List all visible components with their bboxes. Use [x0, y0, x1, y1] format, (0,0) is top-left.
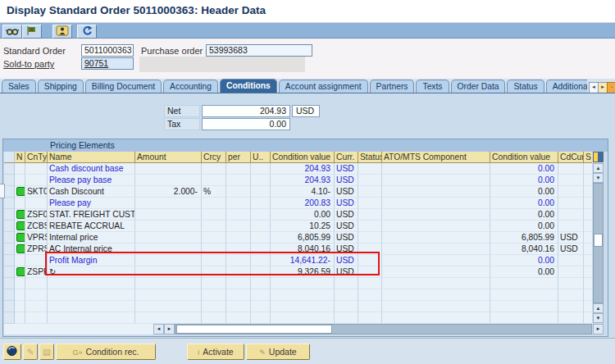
cell-s[interactable] — [584, 186, 592, 198]
cell-name[interactable]: AC Internal price — [48, 243, 135, 255]
update-button[interactable]: ✎Update — [246, 344, 310, 360]
cell-per[interactable] — [226, 232, 251, 243]
cell-s[interactable] — [584, 163, 592, 175]
cell-unit[interactable] — [251, 186, 271, 198]
cell-crcy[interactable] — [202, 198, 226, 209]
cell-per[interactable] — [226, 255, 251, 266]
status-cell[interactable] — [15, 266, 25, 278]
cell-amount[interactable] — [135, 221, 202, 232]
cell-ato-mts-component[interactable] — [382, 163, 490, 175]
cell-ato-mts-component[interactable] — [382, 255, 490, 266]
cell-ato-mts-component[interactable] — [382, 266, 490, 278]
tab-additional-dat[interactable]: Additional dat — [546, 80, 587, 93]
vertical-scrollbar-thumb[interactable] — [594, 234, 603, 247]
cell-per[interactable] — [226, 175, 251, 186]
cell-ato-mts-component[interactable] — [382, 198, 490, 209]
cell-amount[interactable] — [135, 266, 202, 278]
row-selector[interactable] — [4, 175, 15, 186]
cell-name[interactable]: Cash Discount — [48, 186, 135, 198]
cell-amount[interactable] — [135, 163, 202, 175]
cell-ato-mts-component[interactable] — [382, 232, 490, 243]
cell-cdcur[interactable]: USD — [558, 232, 584, 243]
status-cell[interactable] — [15, 198, 25, 209]
cell-crcy[interactable] — [202, 221, 226, 232]
cell-unit[interactable] — [251, 198, 271, 209]
net-value-field[interactable]: 204.93 — [202, 105, 290, 117]
table-layout-icon[interactable] — [593, 152, 604, 162]
cell-unit[interactable] — [251, 243, 271, 255]
cell-s[interactable] — [584, 175, 592, 186]
cell-amount[interactable] — [135, 232, 202, 243]
cell-status[interactable] — [358, 266, 382, 278]
cell-condition-value-2[interactable]: 0.00 — [490, 209, 558, 221]
cell-crcy[interactable] — [202, 209, 226, 221]
cell-condition-value-2[interactable]: 0.00 — [490, 266, 558, 278]
cell-cnty[interactable] — [25, 255, 48, 266]
column-header-name[interactable]: Name — [48, 152, 135, 163]
cell-cnty[interactable] — [25, 175, 48, 186]
cell-ato-mts-component[interactable] — [382, 209, 490, 221]
cell-crcy[interactable] — [202, 163, 226, 175]
cell-s[interactable] — [584, 266, 592, 278]
cell-per[interactable] — [226, 198, 251, 209]
footer-icon-button-2[interactable]: ✎ — [23, 344, 38, 360]
cell-name[interactable]: ↻f Center Tr Price — [48, 266, 135, 278]
row-selector[interactable] — [4, 221, 15, 232]
column-header-condition-value[interactable]: Condition value — [490, 152, 558, 163]
scroll-down-button[interactable]: ▼ — [593, 313, 604, 323]
tab-sales[interactable]: Sales — [2, 80, 36, 93]
cell-unit[interactable] — [251, 163, 271, 175]
cell-per[interactable] — [226, 266, 251, 278]
row-selector[interactable] — [4, 243, 15, 255]
table-corner-button[interactable]: ► — [593, 324, 604, 334]
tab-account-assignment[interactable]: Account assignment — [279, 80, 368, 93]
sold-to-party-label[interactable]: Sold-to party — [3, 59, 54, 69]
cell-cdcur[interactable] — [558, 163, 584, 175]
cell-per[interactable] — [226, 186, 251, 198]
cell-condition-value[interactable]: 8,040.16 — [271, 243, 335, 255]
cell-cnty[interactable]: ZPRS — [25, 243, 48, 255]
column-header-condition-value[interactable]: Condition value — [271, 152, 335, 163]
cell-cdcur[interactable] — [558, 221, 584, 232]
cell-unit[interactable] — [251, 221, 271, 232]
cell-condition-value-2[interactable]: 0.00 — [490, 198, 558, 209]
cell-name[interactable]: Please pay — [48, 198, 135, 209]
cell-amount[interactable] — [135, 255, 202, 266]
cell-crcy[interactable] — [202, 266, 226, 278]
column-header-cnty[interactable]: CnTy — [25, 152, 48, 163]
cell-s[interactable] — [584, 243, 592, 255]
partner-button[interactable] — [52, 25, 72, 39]
cell-curr[interactable]: USD — [335, 209, 358, 221]
column-header-cdcur[interactable]: CdCur — [558, 152, 584, 163]
cell-condition-value[interactable]: 204.93 — [271, 163, 335, 175]
page-down-button[interactable]: ▲ — [593, 303, 604, 313]
row-selector[interactable] — [4, 186, 15, 198]
display-other-document-button[interactable] — [2, 25, 22, 39]
tab-order-data[interactable]: Order Data — [451, 80, 506, 93]
cell-name[interactable]: Please pay base — [48, 175, 135, 186]
cell-curr[interactable]: USD — [335, 243, 358, 255]
cell-per[interactable] — [226, 209, 251, 221]
cell-condition-value-2[interactable]: 0.00 — [490, 255, 558, 266]
tab-partners[interactable]: Partners — [370, 80, 415, 93]
sold-to-party-field[interactable]: 90751 — [81, 57, 134, 70]
cell-unit[interactable] — [251, 266, 271, 278]
column-header-ato-mts-component[interactable]: ATO/MTS Component — [382, 152, 490, 163]
cell-name[interactable]: STAT. FREIGHT CUST — [48, 209, 135, 221]
cell-condition-value-2[interactable]: 0.00 — [490, 175, 558, 186]
cell-curr[interactable]: USD — [335, 255, 358, 266]
cell-amount[interactable] — [135, 209, 202, 221]
cell-unit[interactable] — [251, 232, 271, 243]
status-cell[interactable] — [15, 243, 25, 255]
cell-name[interactable]: Profit Margin — [48, 255, 135, 266]
purchase-order-field[interactable]: 53993683 — [206, 44, 312, 57]
cell-curr[interactable]: USD — [335, 186, 358, 198]
column-header-selector[interactable] — [4, 152, 15, 163]
cell-cdcur[interactable]: USD — [558, 243, 584, 255]
cell-condition-value-2[interactable]: 0.00 — [490, 186, 558, 198]
cell-status[interactable] — [358, 221, 382, 232]
horizontal-scrollbar-thumb[interactable] — [176, 325, 332, 334]
cell-per[interactable] — [226, 163, 251, 175]
page-up-button[interactable]: ▼ — [593, 173, 604, 183]
document-flow-button[interactable] — [77, 25, 97, 39]
